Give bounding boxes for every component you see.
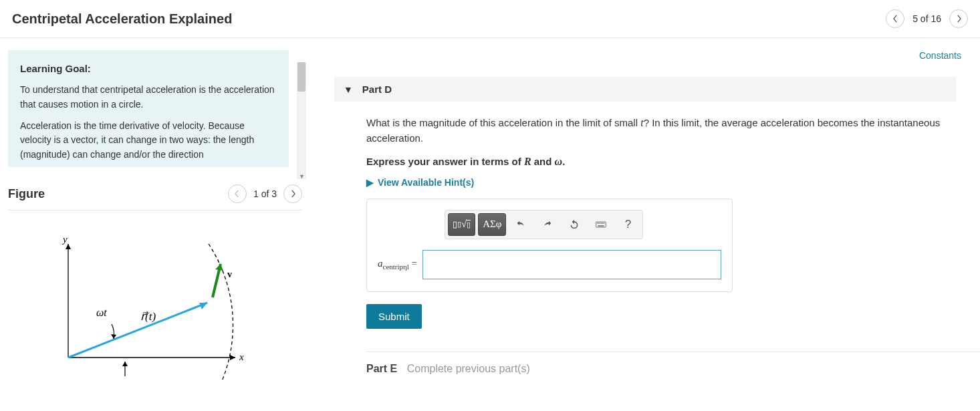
figure-counter: 1 of 3 xyxy=(253,188,277,199)
label-y: y xyxy=(62,234,68,245)
chevron-right-icon xyxy=(956,15,962,23)
templates-button[interactable]: ▯▯√▯ xyxy=(448,213,475,236)
answer-variable: acentripηl = xyxy=(378,258,417,271)
answer-box: ▯▯√▯ ΑΣφ ? xyxy=(366,198,733,292)
help-button[interactable]: ? xyxy=(616,213,640,236)
svg-rect-18 xyxy=(598,225,604,226)
page-nav: 5 of 16 xyxy=(886,9,968,28)
right-panel: Constants ▼ Part D What is the magnitude… xyxy=(314,38,980,411)
question-text: What is the magnitude of this accelerati… xyxy=(366,115,956,146)
redo-button[interactable] xyxy=(535,213,560,236)
answer-input[interactable] xyxy=(422,250,721,279)
express-instruction: Express your answer in terms of R and ω. xyxy=(366,156,956,168)
reset-button[interactable] xyxy=(562,213,586,236)
svg-marker-10 xyxy=(122,362,128,366)
next-page-button[interactable] xyxy=(949,9,968,28)
label-rt: r⃗(t) xyxy=(140,310,156,323)
page-title: Centripetal Acceleration Explained xyxy=(12,11,232,27)
figure-image: y x v ωt r⃗(t) xyxy=(8,231,306,386)
main-content: Learning Goal: To understand that centri… xyxy=(0,38,980,411)
svg-rect-13 xyxy=(598,223,599,223)
answer-row: acentripηl = xyxy=(378,250,721,279)
label-x: x xyxy=(239,352,244,362)
figure-nav: 1 of 3 xyxy=(228,184,302,203)
figure-prev-button[interactable] xyxy=(228,184,247,203)
caret-down-icon: ▼ xyxy=(344,84,353,95)
svg-rect-14 xyxy=(600,223,600,223)
redo-icon xyxy=(542,219,553,230)
prev-page-button[interactable] xyxy=(886,9,904,28)
submit-button[interactable]: Submit xyxy=(366,304,422,329)
chevron-left-icon xyxy=(234,190,240,198)
caret-right-icon: ▶ xyxy=(366,177,374,188)
reset-icon xyxy=(569,219,580,230)
part-e-label: Part E xyxy=(366,363,397,374)
learning-goal-box: Learning Goal: To understand that centri… xyxy=(8,50,289,167)
svg-line-4 xyxy=(68,303,207,358)
left-panel: Learning Goal: To understand that centri… xyxy=(0,38,314,411)
equation-toolbar: ▯▯√▯ ΑΣφ ? xyxy=(445,210,643,239)
view-hints-link[interactable]: ▶ View Available Hint(s) xyxy=(366,177,956,188)
top-bar: Centripetal Acceleration Explained 5 of … xyxy=(0,0,980,38)
part-e-row: Part E Complete previous part(s) xyxy=(366,352,980,375)
svg-rect-11 xyxy=(596,222,606,227)
chevron-right-icon xyxy=(290,190,296,198)
scroll-down-icon: ▼ xyxy=(299,173,305,180)
label-v: v xyxy=(227,269,232,279)
learning-goal-p2: Acceleration is the time derivative of v… xyxy=(20,119,277,162)
constants-row: Constants xyxy=(334,50,972,61)
keyboard-icon xyxy=(596,219,606,230)
figure-header: Figure 1 of 3 xyxy=(8,184,302,211)
part-d-body: What is the magnitude of this accelerati… xyxy=(334,102,956,375)
svg-rect-12 xyxy=(597,223,598,223)
undo-icon xyxy=(515,219,526,230)
undo-button[interactable] xyxy=(509,213,533,236)
svg-rect-17 xyxy=(604,223,604,223)
figure-next-button[interactable] xyxy=(283,184,302,203)
label-wt: ωt xyxy=(96,307,107,318)
constants-link[interactable]: Constants xyxy=(919,50,961,61)
svg-rect-15 xyxy=(601,223,602,223)
figure-title: Figure xyxy=(8,187,45,201)
svg-marker-3 xyxy=(66,244,71,249)
learning-goal-p1: To understand that centripetal accelerat… xyxy=(20,83,277,112)
hints-label: View Available Hint(s) xyxy=(378,177,474,188)
keyboard-button[interactable] xyxy=(589,213,613,236)
svg-rect-16 xyxy=(602,223,603,223)
learning-goal-heading: Learning Goal: xyxy=(20,61,277,76)
part-d-label: Part D xyxy=(362,84,392,95)
greek-button[interactable]: ΑΣφ xyxy=(478,213,506,236)
scroll-thumb[interactable] xyxy=(297,62,305,92)
chevron-left-icon xyxy=(892,15,898,23)
part-e-text: Complete previous part(s) xyxy=(407,363,530,374)
page-counter: 5 of 16 xyxy=(912,13,941,24)
part-d-header[interactable]: ▼ Part D xyxy=(334,77,956,102)
learning-goal-scrollbar[interactable]: ▲ ▼ xyxy=(297,62,306,179)
svg-marker-1 xyxy=(230,355,235,360)
